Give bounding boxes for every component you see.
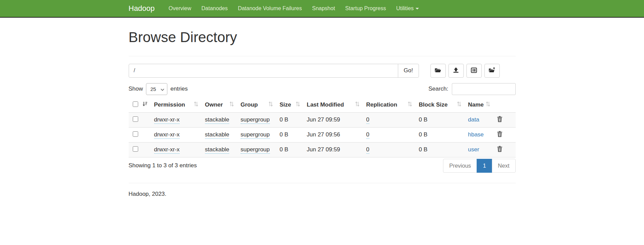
size-value: 0 B (280, 146, 289, 153)
show-label: Show (129, 86, 143, 92)
directory-link[interactable]: user (468, 146, 479, 153)
replication-value[interactable]: 0 (366, 116, 369, 124)
go-button[interactable]: Go! (398, 64, 419, 78)
last-modified-value: Jun 27 09:56 (307, 131, 340, 138)
trash-icon (497, 133, 502, 138)
permission-value[interactable]: drwxr-xr-x (154, 116, 180, 124)
header-select-all[interactable] (129, 98, 151, 113)
page-size-value: 25 (150, 86, 156, 92)
row-checkbox[interactable] (133, 116, 138, 122)
permission-value[interactable]: drwxr-xr-x (154, 131, 180, 139)
search-box: Search: (428, 83, 516, 95)
caret-down-icon (416, 8, 419, 11)
entries-label: entries (170, 86, 188, 92)
sort-both-icon (229, 101, 234, 108)
owner-value[interactable]: stackable (205, 116, 229, 124)
block-size-value: 0 B (419, 116, 428, 123)
previous-page-button[interactable]: Previous (443, 159, 477, 173)
paste-button[interactable] (466, 64, 482, 78)
row-checkbox[interactable] (133, 146, 138, 152)
footer-text: Hadoop, 2023. (129, 191, 516, 197)
sort-both-icon (408, 101, 412, 108)
create-directory-button[interactable] (430, 64, 446, 78)
folder-up-arrow-icon (489, 67, 495, 74)
folder-open-icon (435, 68, 441, 74)
header-size[interactable]: Size (277, 98, 304, 113)
directory-path-input[interactable] (129, 64, 399, 78)
nav-item-overview[interactable]: Overview (164, 5, 197, 12)
sort-both-icon (355, 101, 360, 108)
sort-both-icon (486, 101, 490, 108)
header-actions (494, 98, 516, 113)
search-input[interactable] (452, 83, 516, 95)
table-row: drwxr-xr-x stackable supergroup 0 B Jun … (129, 112, 516, 127)
nav-item-snapshot[interactable]: Snapshot (307, 5, 340, 12)
delete-button[interactable] (497, 116, 502, 123)
footer-divider (129, 183, 516, 183)
header-permission[interactable]: Permission (151, 98, 202, 113)
group-value[interactable]: supergroup (241, 116, 270, 124)
search-label: Search: (428, 86, 448, 92)
chevron-down-icon (161, 86, 164, 92)
replication-value[interactable]: 0 (366, 146, 369, 154)
directory-link[interactable]: hbase (468, 131, 484, 138)
replication-value[interactable]: 0 (366, 131, 369, 139)
table-controls: Show 25 entries Search: (129, 83, 516, 95)
table-row: drwxr-xr-x stackable supergroup 0 B Jun … (129, 142, 516, 157)
select-all-checkbox[interactable] (133, 101, 138, 107)
next-page-button[interactable]: Next (492, 159, 516, 173)
brand-hadoop[interactable]: Hadoop (129, 4, 155, 13)
block-size-value: 0 B (419, 131, 428, 138)
block-size-value: 0 B (419, 146, 428, 153)
last-modified-value: Jun 27 09:59 (307, 116, 340, 123)
nav-item-startup-progress[interactable]: Startup Progress (340, 5, 391, 12)
header-block-size[interactable]: Block Size (416, 98, 465, 113)
size-value: 0 B (280, 116, 289, 123)
upload-file-button[interactable] (448, 64, 464, 78)
sort-both-icon (269, 101, 273, 108)
header-name[interactable]: Name (465, 98, 494, 113)
header-group[interactable]: Group (238, 98, 277, 113)
top-navbar: Hadoop Overview Datanodes Datanode Volum… (0, 0, 644, 18)
move-file-button[interactable] (484, 64, 500, 78)
delete-button[interactable] (497, 131, 502, 138)
header-replication[interactable]: Replication (364, 98, 416, 113)
nav-links: Overview Datanodes Datanode Volume Failu… (164, 5, 424, 12)
sort-both-icon (194, 101, 198, 108)
page-header: Browse Directory (129, 30, 516, 56)
row-checkbox[interactable] (133, 131, 138, 137)
page-1-button[interactable]: 1 (477, 159, 492, 173)
trash-icon (497, 118, 502, 123)
owner-value[interactable]: stackable (205, 146, 229, 154)
size-value: 0 B (280, 131, 289, 138)
header-last-modified[interactable]: Last Modified (304, 98, 364, 113)
nav-item-datanodes[interactable]: Datanodes (196, 5, 233, 12)
directory-link[interactable]: data (468, 116, 479, 123)
group-value[interactable]: supergroup (241, 131, 270, 139)
path-bar: Go! (129, 64, 516, 78)
trash-icon (497, 148, 502, 153)
permission-value[interactable]: drwxr-xr-x (154, 146, 180, 154)
page-title: Browse Directory (129, 30, 516, 45)
file-toolbar (430, 64, 500, 78)
path-input-group: Go! (129, 64, 419, 78)
entries-info: Showing 1 to 3 of 3 entries (129, 162, 197, 169)
header-owner[interactable]: Owner (202, 98, 238, 113)
show-entries: Show 25 entries (129, 83, 188, 95)
nav-item-datanode-volume-failures[interactable]: Datanode Volume Failures (233, 5, 307, 12)
owner-value[interactable]: stackable (205, 131, 229, 139)
sort-amount-icon (143, 101, 147, 108)
table-row: drwxr-xr-x stackable supergroup 0 B Jun … (129, 127, 516, 142)
group-value[interactable]: supergroup (241, 146, 270, 154)
list-alt-icon (471, 68, 477, 74)
page-size-select[interactable]: 25 (146, 83, 167, 95)
sort-both-icon (296, 101, 300, 108)
sort-both-icon (457, 101, 461, 108)
upload-icon (453, 67, 459, 74)
pagination: Previous 1 Next (443, 159, 515, 173)
nav-item-utilities-dropdown[interactable]: Utilities (391, 5, 424, 12)
directory-table: Permission Owner Group Size Last Modifie… (129, 98, 516, 157)
delete-button[interactable] (497, 146, 502, 153)
last-modified-value: Jun 27 09:59 (307, 146, 340, 153)
table-footer: Showing 1 to 3 of 3 entries Previous 1 N… (129, 159, 516, 173)
